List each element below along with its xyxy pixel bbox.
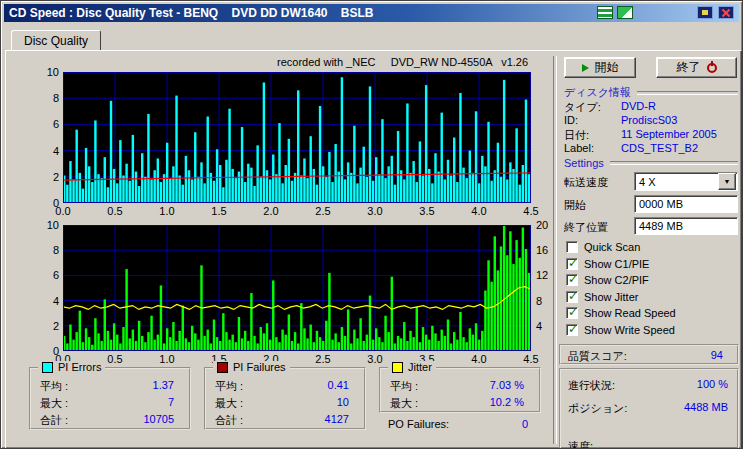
stat-value: 10: [337, 396, 349, 408]
x-axis-tick: 0.5: [104, 205, 126, 217]
panel-title: Jitter: [408, 361, 432, 373]
chevron-down-icon[interactable]: ▼: [718, 173, 736, 190]
stat-value: 4127: [325, 413, 349, 425]
play-icon: [582, 64, 589, 72]
checkbox-box[interactable]: ✓: [566, 291, 578, 303]
stat-value: 1.37: [153, 379, 174, 391]
x-axis-tick: 3.0: [364, 205, 386, 217]
x-axis-tick: 2.5: [312, 205, 334, 217]
pi-errors-chart: [63, 72, 531, 203]
x-axis-tick: 0.0: [52, 205, 74, 217]
disc-info-title: ディスク情報: [564, 85, 631, 100]
disc-type-row: タイプ: DVD-R: [564, 100, 738, 113]
stat-row: 平均 :7.03 %: [390, 379, 524, 392]
jitter-swatch: [392, 362, 403, 373]
y-axis-tick: 10: [33, 66, 59, 78]
checkbox-box[interactable]: ✓: [566, 324, 578, 336]
po-failures-value: 0: [522, 418, 528, 430]
info-label: タイプ:: [564, 100, 601, 115]
x-axis-tick: 4.0: [468, 353, 490, 365]
quality-score-box: 品質スコア: 94: [559, 344, 739, 365]
position-row: ポジション: 4488 MB: [568, 401, 728, 414]
window-title: CD Speed : Disc Quality Test - BENQ DVD …: [9, 6, 374, 20]
settings-title: Settings: [564, 157, 604, 169]
checkbox-show-c2-pif[interactable]: ✓ Show C2/PIF: [566, 273, 738, 287]
checkbox-box[interactable]: ✓: [566, 307, 578, 319]
pi-errors-stats-box: PI Errors 平均 :1.37 最大 :7 合計 :10705: [29, 367, 191, 430]
checkbox-label: Show C1/PIE: [584, 258, 649, 270]
stat-value: 7.03 %: [490, 379, 524, 391]
status-value: 4488 MB: [684, 401, 728, 413]
exit-button[interactable]: 終了: [656, 57, 737, 78]
window-menu-button[interactable]: [697, 6, 713, 19]
tab-disc-quality[interactable]: Disc Quality: [11, 30, 101, 50]
status-label: 速度:: [568, 440, 593, 449]
end-position-label: 終了位置: [564, 220, 608, 235]
divider-line: [610, 161, 738, 165]
info-label: Label:: [564, 142, 594, 154]
close-icon[interactable]: [718, 6, 734, 19]
y-axis-tick: 4: [33, 145, 59, 157]
x-axis-tick: 1.5: [208, 205, 230, 217]
stat-label: 最大 :: [390, 397, 418, 409]
quality-score-value: 94: [711, 349, 723, 361]
stat-label: 平均 :: [40, 380, 68, 392]
stat-label: 平均 :: [215, 380, 243, 392]
start-button[interactable]: 開始: [564, 57, 636, 78]
pi-failures-stats-box: PI Failures 平均 :0.41 最大 :10 合計 :4127: [204, 367, 366, 430]
disc-info-header: ディスク情報: [564, 85, 738, 100]
stat-label: 合計 :: [215, 414, 243, 426]
speed-select[interactable]: 4 X ▼: [634, 172, 738, 191]
y-axis-tick: 10: [33, 219, 59, 231]
checkbox-quick-scan[interactable]: ✓ Quick Scan: [566, 240, 738, 254]
checkbox-box[interactable]: ✓: [566, 241, 578, 253]
checkbox-show-c1-pie[interactable]: ✓ Show C1/PIE: [566, 257, 738, 271]
checkbox-label: Show Read Speed: [584, 307, 676, 319]
title-bar[interactable]: CD Speed : Disc Quality Test - BENQ DVD …: [4, 4, 739, 22]
checkbox-show-write-speed[interactable]: ✓ Show Write Speed: [566, 323, 738, 337]
panel-title: PI Failures: [233, 361, 286, 373]
pi-failures-jitter-chart: [63, 225, 531, 351]
info-value: 11 September 2005: [621, 128, 717, 140]
stat-value: 10.2 %: [490, 396, 524, 408]
checkbox-box[interactable]: ✓: [566, 274, 578, 286]
stat-row: 最大 :7: [40, 396, 174, 409]
po-failures-row: PO Failures: 0: [388, 418, 528, 431]
checkbox-show-read-speed[interactable]: ✓ Show Read Speed: [566, 306, 738, 320]
y-axis-tick: 8: [33, 244, 59, 256]
po-failures-label: PO Failures:: [388, 418, 449, 430]
y-axis-tick: 6: [33, 118, 59, 130]
check-icon: ✓: [568, 305, 578, 319]
settings-header: Settings: [564, 157, 738, 169]
checkbox-box[interactable]: ✓: [566, 258, 578, 270]
start-button-label: 開始: [595, 59, 619, 76]
stat-value: 0.41: [328, 379, 349, 391]
power-exit-icon: [707, 63, 717, 73]
jitter-legend: Jitter: [388, 361, 436, 373]
checkbox-show-jitter[interactable]: ✓ Show Jitter: [566, 290, 738, 304]
stat-row: 平均 :1.37: [40, 379, 174, 392]
stat-label: 最大 :: [215, 397, 243, 409]
pi-failures-legend: PI Failures: [213, 361, 290, 373]
info-label: ID:: [564, 114, 578, 126]
start-position-value: 0000 MB: [639, 198, 683, 210]
app-window: CD Speed : Disc Quality Test - BENQ DVD …: [0, 0, 743, 449]
x-axis-tick: 4.5: [520, 353, 542, 365]
save-report-icon[interactable]: [617, 6, 633, 19]
check-icon: ✓: [568, 256, 578, 270]
export-sheet-icon[interactable]: [597, 6, 613, 19]
stat-label: 平均 :: [390, 380, 418, 392]
stat-row: 平均 :0.41: [215, 379, 349, 392]
disc-label-row: Label: CDS_TEST_B2: [564, 142, 738, 155]
start-position-field[interactable]: 0000 MB: [634, 195, 738, 213]
y-axis-tick: 4: [33, 295, 59, 307]
info-value: ProdiscS03: [621, 114, 677, 126]
x-axis-tick: 3.5: [416, 205, 438, 217]
end-position-field[interactable]: 4489 MB: [634, 217, 738, 235]
speed-selected-value: 4 X: [635, 176, 718, 188]
stat-label: 最大 :: [40, 397, 68, 409]
stat-label: 合計 :: [40, 414, 68, 426]
pi-failures-swatch: [217, 362, 228, 373]
y-axis-tick: 6: [33, 269, 59, 281]
pi-errors-legend: PI Errors: [38, 361, 105, 373]
